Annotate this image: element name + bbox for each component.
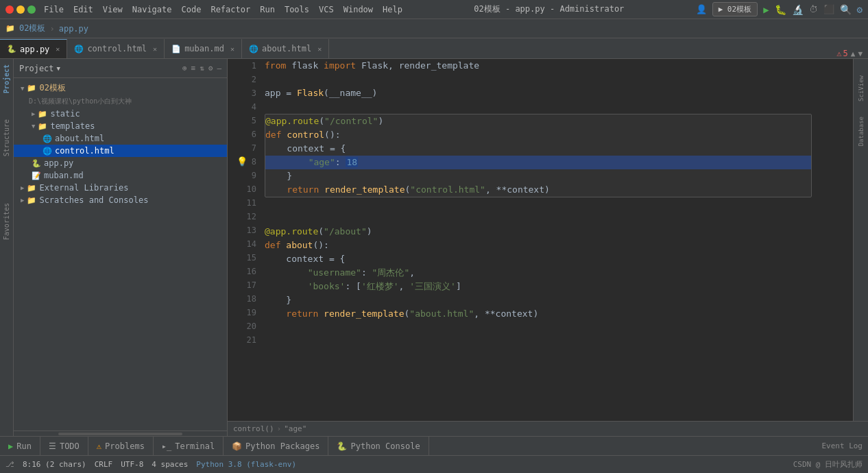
sidebar-structure-icon[interactable]: Structure [3,119,10,156]
tab-about-html[interactable]: 🌐 about.html ✕ [242,39,329,58]
panel-locate-icon[interactable]: ⊕ [182,64,187,73]
tree-root[interactable]: ▼ 📁 02模板 [14,81,227,95]
breadcrumb-sep: › [49,24,54,34]
menu-vcs[interactable]: VCS [319,5,334,14]
panel-hide-icon[interactable]: — [217,64,221,73]
menu-refactor[interactable]: Refactor [210,5,250,14]
tab-close-app[interactable]: ✕ [56,45,60,53]
main-layout: Project Structure Favorites Project ▼ ⊕ … [0,59,868,436]
tab-label-control: control.html [87,44,147,53]
python-packages-tab[interactable]: 📦 Python Packages [224,437,328,456]
ln-13: 13 [247,223,256,237]
stop-icon[interactable]: ⬛ [823,4,834,14]
tree-static[interactable]: ▶ 📁 static [14,108,227,120]
sidebar-icons: Project Structure Favorites [0,59,14,436]
python-console-icon: 🐍 [337,441,347,451]
chevron-down-icon[interactable]: ▼ [858,49,863,58]
coverage-icon[interactable]: 🔬 [792,4,804,15]
breadcrumb-file[interactable]: app.py [59,24,88,34]
breadcrumb-root[interactable]: 02模板 [19,23,45,34]
code-editor[interactable]: from flask import Flask, render_template… [259,59,853,421]
status-indent[interactable]: 4 spaces [152,460,188,469]
expand-static: ▶ [32,110,35,117]
tree-root-path: D:\视频课程\python小白到大神 [14,95,227,108]
tab-app-py[interactable]: 🐍 app.py ✕ [0,39,67,58]
profile-icon[interactable]: 👤 [696,4,707,14]
problems-tab-icon: ⚠ [97,441,101,451]
sidebar-project-icon[interactable]: Project [3,64,10,93]
tree-control-html[interactable]: 🌐 control.html [14,145,227,157]
status-encoding[interactable]: UTF-8 [121,460,143,469]
tree-scratches[interactable]: ▶ 📁 Scratches and Consoles [14,194,227,206]
status-line-ending[interactable]: CRLF [95,460,113,469]
file-icon-about: 🌐 [43,134,52,143]
tab-icon-control: 🌐 [74,45,84,53]
debug-icon[interactable]: 🐛 [775,4,786,15]
menu-run[interactable]: Run [260,5,275,14]
status-right: CSDN @ 日叶风扎师 [793,459,863,470]
menu-view[interactable]: View [103,5,123,14]
tree-external-libs[interactable]: ▶ 📁 External Libraries [14,182,227,194]
tree-app-label: app.py [44,158,73,168]
root-path-label: D:\视频课程\python小白到大神 [29,97,132,106]
run-tab[interactable]: ▶ Run [0,437,40,456]
tree-muban-md[interactable]: 📝 muban.md [14,169,227,182]
todo-tab[interactable]: ☰ TODO [40,437,88,456]
panel-settings-icon[interactable]: ⚙ [208,64,213,73]
tab-muban-md[interactable]: 📄 muban.md ✕ [165,39,242,58]
tab-close-about[interactable]: ✕ [317,45,322,53]
menu-edit[interactable]: Edit [73,5,93,14]
window-title: 02模板 - app.py - Administrator [474,3,624,15]
gutter-11: 11 [228,196,259,210]
tab-label-muban: muban.md [184,44,224,53]
menu-code[interactable]: Code [182,5,202,14]
database-label[interactable]: Database [858,117,865,146]
chevron-up-icon[interactable]: ▲ [851,49,856,58]
menu-tools[interactable]: Tools [285,5,309,14]
run-icon[interactable]: ▶ [763,4,769,15]
tab-control-html[interactable]: 🌐 control.html ✕ [67,39,165,58]
menu-help[interactable]: Help [383,5,402,14]
tab-label-app: app.py [20,45,49,54]
problems-tab[interactable]: ⚠ Problems [88,437,154,456]
maximize-button[interactable] [27,5,36,14]
tree-app-py[interactable]: 🐍 app.py [14,157,227,169]
tree-control-label: control.html [55,146,114,156]
tab-close-control[interactable]: ✕ [153,45,157,53]
gutter-7: 7 [228,141,259,155]
search-icon[interactable]: 🔍 [840,4,852,15]
panel-sort-icon[interactable]: ⇅ [200,64,204,73]
tree-root-label: 02模板 [39,82,65,94]
tab-close-muban[interactable]: ✕ [230,45,234,53]
tab-icon-about: 🌐 [249,45,258,53]
gutter-10: 10 [228,182,259,196]
terminal-tab[interactable]: ▸_ Terminal [154,437,224,456]
panel-title-label: Project [19,64,54,73]
panel-title: Project ▼ [19,64,60,73]
minimize-button[interactable] [16,5,25,14]
event-log-label[interactable]: Event Log [821,441,863,450]
settings-icon[interactable]: ⚙ [857,4,863,15]
lightbulb-icon[interactable]: 💡 [237,155,248,169]
status-interpreter[interactable]: Python 3.8 (flask-env) [196,460,296,469]
ln-1: 1 [252,59,256,73]
folder-icon-scratches: 📁 [27,196,36,205]
menu-navigate[interactable]: Navigate [132,5,172,14]
tree-templates[interactable]: ▼ 📁 templates [14,120,227,132]
nav-bar: 📁 02模板 › app.py [0,19,868,38]
python-console-tab[interactable]: 🐍 Python Console [328,437,429,456]
panel-collapse-icon[interactable]: ≡ [191,64,196,73]
panel-dropdown-icon[interactable]: ▼ [57,65,60,72]
panel-header-icons: ⊕ ≡ ⇅ ⚙ — [182,64,221,73]
menu-file[interactable]: File [44,5,64,14]
sciview-label[interactable]: SciView [858,75,865,101]
menu-window[interactable]: Window [343,5,373,14]
panel-header: Project ▼ ⊕ ≡ ⇅ ⚙ — [14,59,227,78]
close-button[interactable] [5,5,14,14]
breadcrumb-fn: control() [233,424,274,433]
profile-run-icon[interactable]: ⏱ [809,4,818,14]
gutter-2: 2 [228,73,259,86]
tree-about-html[interactable]: 🌐 about.html [14,132,227,145]
sidebar-favorites-icon[interactable]: Favorites [3,203,10,240]
run-config-selector[interactable]: ▶ 02模板 [712,2,758,16]
